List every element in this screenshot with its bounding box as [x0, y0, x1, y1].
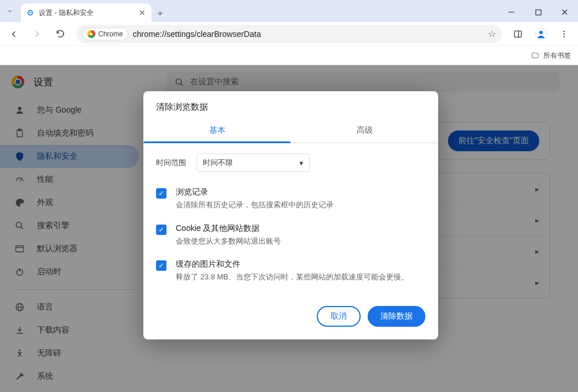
- maximize-button[interactable]: [525, 2, 551, 22]
- menu-button[interactable]: [554, 25, 575, 43]
- checkbox-checked-icon[interactable]: ✓: [156, 260, 166, 271]
- svg-point-6: [564, 31, 565, 32]
- browser-toolbar: Chrome chrome://settings/clearBrowserDat…: [0, 22, 578, 46]
- tab-basic[interactable]: 基本: [143, 118, 291, 143]
- reload-button[interactable]: [50, 25, 71, 43]
- option-title: 缓存的图片和文件: [176, 259, 409, 270]
- bookmark-star-icon[interactable]: ☆: [488, 28, 496, 39]
- browser-tab[interactable]: ⚙ 设置 - 隐私和安全 ✕: [21, 3, 151, 22]
- checkbox-checked-icon[interactable]: ✓: [156, 225, 166, 235]
- url-text: chrome://settings/clearBrowserData: [133, 29, 483, 39]
- clear-browsing-data-dialog: 清除浏览数据 基本 高级 时间范围 时间不限 ▾ ✓ 浏览记录 会清除所有历史记…: [143, 91, 438, 339]
- dialog-tabs: 基本 高级: [143, 118, 438, 143]
- time-range-value: 时间不限: [203, 158, 233, 168]
- folder-icon: [531, 51, 540, 59]
- gear-icon: ⚙: [27, 8, 34, 17]
- chevron-down-icon: ▾: [299, 159, 303, 167]
- close-tab-icon[interactable]: ✕: [139, 8, 146, 17]
- checkbox-checked-icon[interactable]: ✓: [156, 188, 166, 199]
- back-button[interactable]: [3, 25, 24, 43]
- close-window-button[interactable]: [551, 2, 578, 22]
- option-cached[interactable]: ✓ 缓存的图片和文件 释放了 23.8 MB。当您下次访问时，某些网站的加载速度…: [156, 255, 425, 291]
- profile-button[interactable]: [531, 25, 551, 43]
- option-title: 浏览记录: [176, 187, 334, 197]
- svg-point-5: [539, 31, 543, 34]
- svg-rect-1: [536, 10, 541, 15]
- option-cookies[interactable]: ✓ Cookie 及其他网站数据 会致使您从大多数网站退出账号: [156, 219, 425, 255]
- svg-rect-2: [514, 31, 521, 37]
- clear-data-button[interactable]: 清除数据: [368, 306, 425, 327]
- site-info-chip[interactable]: Chrome: [82, 28, 128, 40]
- option-subtitle: 会致使您从大多数网站退出账号: [176, 236, 281, 247]
- option-subtitle: 释放了 23.8 MB。当您下次访问时，某些网站的加载速度可能会更慢。: [176, 271, 409, 283]
- all-bookmarks-link[interactable]: 所有书签: [543, 51, 571, 61]
- page: 设置 在设置中搜索 您与 Google 自动填充和密码 隐私和安全 性能 外观 …: [0, 65, 578, 392]
- tab-advanced[interactable]: 高级: [291, 118, 438, 143]
- dialog-title: 清除浏览数据: [143, 91, 438, 118]
- option-subtitle: 会清除所有历史记录，包括搜索框中的历史记录: [176, 199, 334, 211]
- bookmarks-bar: 所有书签: [0, 46, 578, 65]
- new-tab-button[interactable]: ＋: [151, 5, 169, 22]
- option-title: Cookie 及其他网站数据: [176, 223, 281, 234]
- cancel-button[interactable]: 取消: [317, 306, 361, 327]
- time-range-select[interactable]: 时间不限 ▾: [197, 154, 310, 172]
- side-panel-button[interactable]: [507, 25, 528, 43]
- minimize-button[interactable]: [498, 2, 525, 22]
- address-bar[interactable]: Chrome chrome://settings/clearBrowserDat…: [76, 25, 502, 43]
- svg-point-8: [564, 36, 565, 37]
- window-controls: [498, 2, 578, 22]
- time-range-label: 时间范围: [156, 158, 186, 168]
- option-browsing-history[interactable]: ✓ 浏览记录 会清除所有历史记录，包括搜索框中的历史记录: [156, 182, 425, 219]
- chrome-logo-icon: [87, 30, 95, 38]
- tab-title: 设置 - 隐私和安全: [39, 8, 134, 18]
- titlebar: ⚙ 设置 - 隐私和安全 ✕ ＋: [0, 0, 578, 22]
- site-info-label: Chrome: [98, 30, 123, 38]
- tab-search-button[interactable]: [0, 0, 20, 22]
- svg-point-7: [564, 33, 565, 34]
- forward-button[interactable]: [27, 25, 47, 43]
